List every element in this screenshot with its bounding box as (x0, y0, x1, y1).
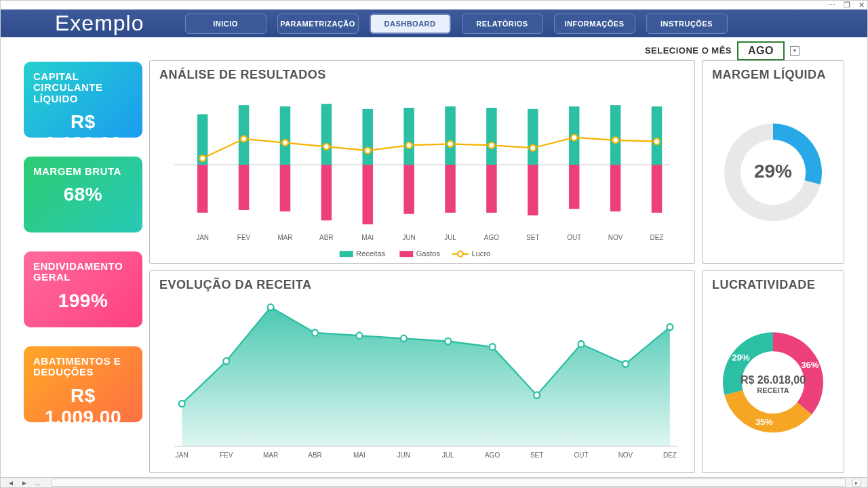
bar-gastos (569, 165, 580, 209)
line-point (534, 392, 540, 398)
line-point (612, 137, 618, 143)
line-point (406, 142, 412, 148)
donut-center-label: RECEITA (757, 386, 789, 394)
axis-label: DEZ (650, 234, 664, 241)
axis-label: JUN (397, 451, 410, 458)
line-point (268, 304, 274, 310)
line-point (571, 134, 577, 140)
line-point (282, 140, 288, 146)
bar-receitas (486, 108, 497, 165)
axis-label: JAN (196, 234, 209, 241)
bar-receitas (445, 106, 456, 165)
line-point (179, 400, 185, 406)
line-point (490, 344, 496, 350)
axis-label: JUN (402, 234, 415, 241)
bar-receitas (362, 109, 373, 165)
axis-label: MAR (277, 234, 292, 241)
panel-analise-resultados: ANÁLISE DE RESULTADOS JANFEVMARABRMAIJUN… (149, 60, 695, 264)
axis-label: MAR (263, 451, 278, 458)
bar-receitas (321, 104, 332, 165)
line-point (654, 138, 660, 144)
card-margem-bruta: MARGEM BRUTA 68% (24, 157, 142, 232)
tab-next-icon[interactable]: ► (21, 479, 28, 487)
month-selector-label: SELECIONE O MÊS (645, 45, 732, 56)
axis-label: ABR (308, 451, 321, 458)
panel-title: LUCRATIVIDADE (712, 278, 834, 292)
bar-receitas (652, 106, 663, 165)
line-point (312, 329, 318, 336)
axis-label: MAI (361, 234, 374, 241)
line-point (623, 361, 629, 367)
line-point (445, 338, 451, 344)
line-point (488, 142, 494, 148)
nav-relatórios[interactable]: RELATÓRIOS (462, 14, 543, 34)
legend-gastos: Gastos (416, 249, 440, 258)
axis-label: JAN (176, 451, 189, 458)
legend-receitas: Receitas (356, 249, 385, 258)
svg-rect-1 (340, 251, 353, 257)
bar-gastos (403, 165, 414, 214)
bar-gastos (445, 165, 456, 213)
bar-receitas (239, 105, 250, 165)
axis-label: ABR (319, 234, 333, 241)
donut-slice-label: 35% (755, 416, 773, 426)
nav-informações[interactable]: INFORMAÇÕES (554, 14, 635, 34)
line-point (448, 141, 454, 147)
axis-label: JUL (444, 234, 456, 241)
bar-receitas (403, 108, 414, 165)
line-point (223, 358, 229, 364)
donut-slice-label: 36% (801, 359, 818, 369)
axis-label: SET (530, 451, 544, 458)
svg-rect-2 (399, 251, 413, 257)
axis-label: DEZ (663, 451, 677, 458)
bar-gastos (610, 165, 621, 211)
bar-gastos (239, 165, 250, 210)
horizontal-scrollbar[interactable] (52, 479, 846, 487)
tab-prev-icon[interactable]: ◄ (7, 479, 14, 487)
month-selector-value[interactable]: AGO (737, 41, 785, 60)
bar-gastos (280, 165, 291, 211)
bar-gastos (362, 165, 373, 224)
month-dropdown-icon[interactable]: ▾ (790, 46, 800, 56)
card-abatimentos: ABATIMENTOS E DEDUÇÕES R$ 1.009,00 (24, 346, 142, 422)
bar-gastos (528, 165, 538, 216)
restore-icon[interactable]: ❐ (844, 1, 850, 9)
card-title: ABATIMENTOS E DEDUÇÕES (33, 356, 133, 378)
card-value: R$ 2.689,00 (33, 111, 133, 155)
brand-title: Exemplo (55, 11, 144, 36)
axis-label: NOV (608, 234, 623, 241)
nav-inicio[interactable]: INICIO (185, 14, 267, 34)
card-endividamento: ENDIVIDAMENTO GERAL 199% (24, 251, 142, 327)
axis-label: OUT (567, 234, 581, 241)
more-icon[interactable]: ⋯ (828, 1, 835, 9)
card-title: MARGEM BRUTA (33, 166, 133, 178)
panel-evolucao-receita: EVOLUÇÃO DA RECEITA JANFEVMARABRMAIJUNJU… (149, 270, 695, 474)
panel-lucratividade: LUCRATIVIDADE 36%35%29%R$ 26.018,00RECEI… (702, 270, 844, 474)
axis-label: AGO (485, 451, 500, 458)
axis-label: SET (526, 234, 539, 241)
bar-receitas (528, 109, 538, 165)
donut-center-value: R$ 26.018,00 (741, 374, 806, 386)
line-point (365, 147, 371, 153)
bar-receitas (280, 106, 291, 165)
donut-center-value: 29% (754, 161, 792, 182)
nav-instruções[interactable]: INSTRUÇÕES (646, 14, 728, 34)
line-point (356, 332, 362, 338)
axis-label: MAI (353, 451, 366, 458)
panel-title: MARGEM LÍQUIDA (712, 68, 834, 82)
nav-parametrização[interactable]: PARAMETRIZAÇÃO (277, 14, 359, 34)
close-icon[interactable]: ✕ (859, 1, 865, 9)
panel-margem-liquida: MARGEM LÍQUIDA 29% (702, 60, 844, 264)
line-point (241, 136, 247, 142)
axis-label: FEV (220, 451, 233, 458)
axis-label: NOV (618, 451, 633, 458)
nav-dashboard[interactable]: DASHBOARD (370, 14, 451, 34)
bar-gastos (321, 165, 332, 220)
card-value: 199% (33, 290, 133, 312)
tab-more[interactable]: ... (35, 479, 41, 487)
donut-slice-label: 29% (732, 352, 750, 362)
area-receita (182, 307, 670, 446)
scroll-right-icon[interactable]: ▸ (852, 479, 861, 487)
axis-label: JUL (442, 451, 454, 458)
line-point (530, 145, 536, 151)
